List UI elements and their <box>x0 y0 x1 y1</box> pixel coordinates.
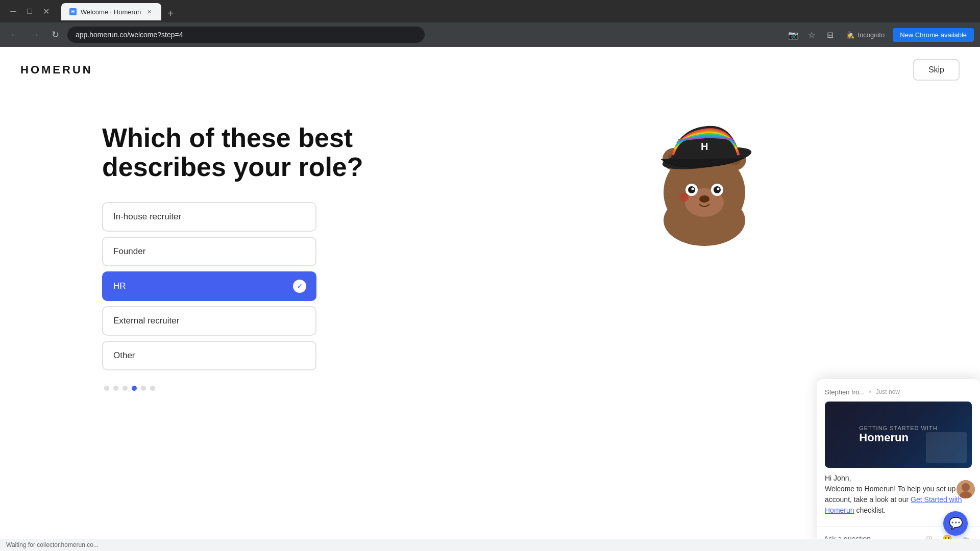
chat-body-end: checklist. <box>854 506 886 514</box>
chat-body: Hi John, Welcome to Homerun! To help you… <box>825 473 972 516</box>
chat-message-area: Stephen fro... • Just now GETTING STARTE… <box>817 379 980 524</box>
dot-1 <box>104 386 109 391</box>
chat-time: Just now <box>876 388 900 395</box>
incognito-button[interactable]: 🕵 Incognito <box>840 29 891 41</box>
new-chrome-button[interactable]: New Chrome available <box>893 28 974 42</box>
homerun-logo: HOMERUN <box>20 63 93 77</box>
camera-off-icon[interactable]: 📷 <box>785 27 801 43</box>
form-column: Which of these best describes your role?… <box>102 103 368 551</box>
option-in-house-recruiter[interactable]: In-house recruiter <box>102 202 316 232</box>
svg-point-9 <box>688 186 695 193</box>
chat-sender-row: Stephen fro... • Just now <box>825 387 972 396</box>
svg-point-10 <box>714 186 721 193</box>
sidebar-icon[interactable]: ⊟ <box>822 27 838 43</box>
chat-bubble-button[interactable]: 💬 <box>943 511 968 536</box>
progress-dots <box>102 386 368 391</box>
svg-point-18 <box>962 483 970 491</box>
forward-button[interactable]: → <box>27 27 43 43</box>
page-content: HOMERUN Skip Which of these best describ… <box>0 47 980 551</box>
incognito-label: Incognito <box>857 31 885 39</box>
dot-separator: • <box>869 387 872 396</box>
question-title: Which of these best describes your role? <box>102 123 368 182</box>
chat-sender-name: Stephen fro... <box>825 388 865 396</box>
close-button[interactable]: ✕ <box>39 4 53 18</box>
toolbar-right: 📷 ☆ ⊟ 🕵 Incognito New Chrome available <box>785 27 974 43</box>
svg-point-13 <box>699 195 709 203</box>
chat-greeting: Hi John, <box>825 474 851 482</box>
minimize-button[interactable]: ─ <box>6 4 20 18</box>
incognito-icon: 🕵 <box>846 31 854 39</box>
status-text: Waiting for collector.homerun.co... <box>6 541 99 548</box>
browser-tab-bar: ─ □ ✕ H Welcome · Homerun ✕ + <box>0 0 980 22</box>
check-icon: ✓ <box>293 280 306 293</box>
svg-point-11 <box>692 188 694 190</box>
dot-4 <box>132 386 137 391</box>
chat-avatar <box>957 480 975 498</box>
option-founder[interactable]: Founder <box>102 237 316 266</box>
address-bar-row: ← → ↻ 📷 ☆ ⊟ 🕵 Incognito New Chrome avail… <box>0 22 980 47</box>
svg-point-14 <box>679 193 689 202</box>
option-other[interactable]: Other <box>102 341 316 370</box>
option-label: Other <box>113 350 135 361</box>
option-label: HR <box>113 281 126 291</box>
mascot-area: H <box>633 113 776 258</box>
window-controls: ─ □ ✕ <box>6 4 53 18</box>
reload-button[interactable]: ↻ <box>47 27 63 43</box>
option-external-recruiter[interactable]: External recruiter <box>102 306 316 336</box>
dot-2 <box>113 386 118 391</box>
svg-text:H: H <box>701 141 708 152</box>
option-label: Founder <box>113 246 145 257</box>
mascot-illustration: H <box>633 113 776 256</box>
back-button[interactable]: ← <box>6 27 22 43</box>
active-tab[interactable]: H Welcome · Homerun ✕ <box>61 3 161 20</box>
bookmark-icon[interactable]: ☆ <box>803 27 820 43</box>
chat-image-preview: GETTING STARTED WITH Homerun <box>825 402 972 468</box>
chat-image-getting-started: GETTING STARTED WITH <box>859 425 937 431</box>
skip-button[interactable]: Skip <box>913 59 960 81</box>
option-list: In-house recruiter Founder HR ✓ External… <box>102 202 316 370</box>
tab-title: Welcome · Homerun <box>81 8 141 16</box>
page-header: HOMERUN Skip <box>0 47 980 93</box>
main-area: Which of these best describes your role?… <box>0 93 980 551</box>
maximize-button[interactable]: □ <box>22 4 37 18</box>
dot-5 <box>141 386 146 391</box>
option-hr[interactable]: HR ✓ <box>102 271 316 301</box>
status-bar: Waiting for collector.homerun.co... <box>0 539 980 551</box>
tab-close-button[interactable]: ✕ <box>145 8 153 16</box>
dot-3 <box>122 386 128 391</box>
tab-favicon: H <box>69 8 77 15</box>
tab-bar: H Welcome · Homerun ✕ + <box>61 2 178 20</box>
option-label: External recruiter <box>113 316 179 326</box>
address-input[interactable] <box>67 27 425 43</box>
new-tab-button[interactable]: + <box>163 6 178 20</box>
dot-6 <box>150 386 155 391</box>
option-label: In-house recruiter <box>113 212 181 222</box>
svg-point-12 <box>717 188 720 190</box>
